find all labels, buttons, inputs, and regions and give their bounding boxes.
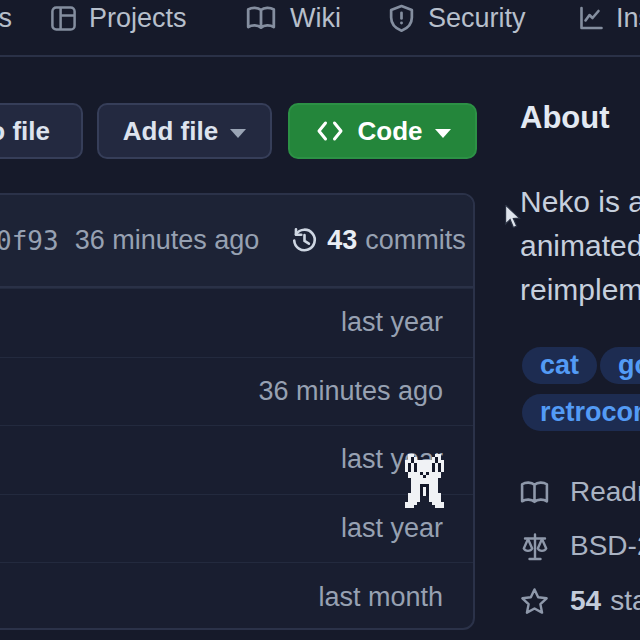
topic-label: retrocomputing [540, 397, 640, 428]
file-row[interactable]: last year [0, 425, 473, 494]
stars-count: 54 [570, 585, 601, 617]
readme-label: Readme [570, 476, 640, 508]
mouse-cursor [504, 205, 521, 229]
law-scales-icon [520, 530, 550, 562]
wiki-book-icon [245, 4, 277, 32]
repo-description-line: reimplementation [520, 268, 640, 312]
topic-label: cat [540, 350, 579, 381]
code-caret-icon [435, 129, 451, 138]
tab-wiki-label: Wiki [290, 3, 341, 34]
readme-link[interactable]: Readme [519, 476, 640, 508]
file-row-updated: last year [341, 307, 443, 338]
about-heading: About [520, 100, 610, 136]
topic-pill-golang[interactable]: golang [600, 347, 640, 384]
projects-table-icon [50, 5, 77, 32]
latest-commit-bar[interactable]: 0f93 36 minutes ago 43 commits [0, 195, 473, 288]
security-shield-icon [388, 4, 415, 33]
commits-label: commits [365, 225, 466, 256]
add-file-caret-icon [230, 129, 246, 138]
repo-tab-bar: Actions Projects Wiki [0, 0, 640, 57]
code-label: Code [358, 116, 423, 147]
commits-count: 43 [327, 225, 357, 256]
file-row[interactable]: last year [0, 494, 473, 563]
repo-description-line: animated [520, 224, 640, 268]
file-table: 0f93 36 minutes ago 43 commits last year… [0, 193, 475, 630]
tab-security-label: Security [428, 3, 526, 34]
commit-hash[interactable]: 0f93 [0, 226, 59, 256]
tab-wiki[interactable]: Wiki [245, 0, 341, 36]
stars-link[interactable]: 54 stars [519, 585, 640, 617]
tab-projects[interactable]: Projects [50, 0, 187, 36]
repo-description: Neko is a animated reimplementation [520, 180, 640, 312]
tab-actions-label: Actions [0, 3, 12, 34]
code-brackets-icon [315, 118, 345, 144]
tab-actions[interactable]: Actions [0, 0, 12, 36]
topic-pill-retrocomputing[interactable]: retrocomputing [522, 394, 640, 431]
file-row[interactable]: last month [0, 562, 473, 630]
goto-file-button[interactable]: Go to file [0, 103, 83, 159]
file-row-updated: 36 minutes ago [258, 376, 443, 407]
tab-security[interactable]: Security [388, 0, 526, 36]
star-icon [519, 586, 550, 617]
insights-graph-icon [577, 4, 605, 32]
add-file-button[interactable]: Add file [97, 103, 272, 159]
goto-file-label: Go to file [0, 116, 50, 147]
topic-pill-cat[interactable]: cat [522, 347, 597, 384]
github-repo-page: Actions Projects Wiki [0, 0, 640, 640]
tab-insights-label: Insights [616, 3, 640, 34]
stars-label: stars [610, 585, 640, 617]
commit-time: 36 minutes ago [75, 225, 260, 256]
file-row-updated: last year [341, 513, 443, 544]
tab-projects-label: Projects [89, 3, 187, 34]
license-link[interactable]: BSD-2-Clause license [520, 530, 640, 562]
history-clock-icon [289, 225, 320, 256]
commit-history-link[interactable]: 43 commits [289, 225, 466, 256]
file-row[interactable]: last year [0, 288, 473, 357]
add-file-label: Add file [123, 116, 218, 147]
license-label: BSD-2-Clause license [570, 530, 640, 562]
tab-insights[interactable]: Insights [577, 0, 640, 36]
topic-label: golang [618, 350, 640, 381]
readme-book-icon [519, 479, 550, 506]
neko-cat-sprite [405, 452, 444, 510]
file-row[interactable]: 36 minutes ago [0, 357, 473, 426]
repo-description-line: Neko is a [520, 180, 640, 224]
file-row-updated: last month [318, 582, 443, 613]
code-button[interactable]: Code [288, 103, 477, 159]
